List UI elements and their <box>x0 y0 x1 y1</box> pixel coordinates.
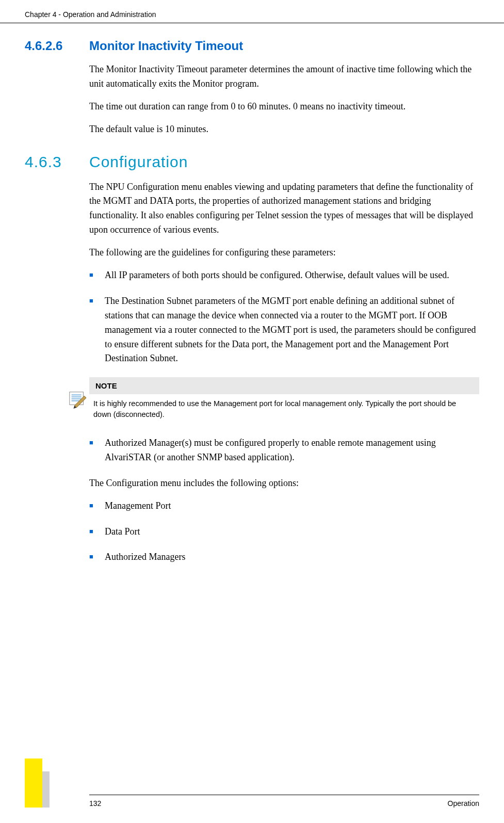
section-number: 4.6.2.6 <box>25 39 89 53</box>
paragraph: The following are the guidelines for con… <box>89 246 479 260</box>
note-pencil-icon <box>68 389 87 411</box>
list-item: Authorized Managers <box>89 550 479 564</box>
decorative-yellow-bar <box>25 759 42 808</box>
note-label: NOTE <box>89 377 479 394</box>
section-4626: 4.6.2.6 Monitor Inactivity Timeout The M… <box>25 39 479 137</box>
bullet-list-auth: Authorized Manager(s) must be configured… <box>89 436 479 465</box>
section-title: Monitor Inactivity Timeout <box>89 39 243 53</box>
bullet-list-guidelines: All IP parameters of both ports should b… <box>89 268 479 366</box>
page-footer: 132 Operation <box>0 795 504 808</box>
list-item: All IP parameters of both ports should b… <box>89 268 479 283</box>
section-title: Configuration <box>89 153 188 171</box>
section-number: 4.6.3 <box>25 153 89 171</box>
paragraph: The default value is 10 minutes. <box>89 122 479 137</box>
decorative-gray-bar <box>42 771 50 808</box>
list-item: Authorized Manager(s) must be configured… <box>89 436 479 465</box>
page-number: 132 <box>89 799 101 808</box>
note-body: It is highly recommended to use the Mana… <box>89 394 479 424</box>
list-item: The Destination Subnet parameters of the… <box>89 294 479 366</box>
footer-section-name: Operation <box>448 799 479 808</box>
paragraph: The time out duration can range from 0 t… <box>89 100 479 114</box>
section-463: 4.6.3 Configuration The NPU Configuratio… <box>25 153 479 565</box>
footer-line: 132 Operation <box>89 795 479 808</box>
paragraph: The NPU Configuration menu enables viewi… <box>89 180 479 238</box>
list-item: Management Port <box>89 499 479 513</box>
heading-4626: 4.6.2.6 Monitor Inactivity Timeout <box>25 39 479 53</box>
list-item: Data Port <box>89 525 479 539</box>
page-content: 4.6.2.6 Monitor Inactivity Timeout The M… <box>0 23 504 564</box>
note-text: It is highly recommended to use the Mana… <box>89 398 479 419</box>
chapter-label: Chapter 4 - Operation and Administration <box>25 10 156 19</box>
paragraph: The Monitor Inactivity Timeout parameter… <box>89 62 479 91</box>
heading-463: 4.6.3 Configuration <box>25 153 479 171</box>
paragraph: The Configuration menu includes the foll… <box>89 476 479 491</box>
page-header: Chapter 4 - Operation and Administration <box>0 0 504 23</box>
bullet-list-options: Management Port Data Port Authorized Man… <box>89 499 479 565</box>
note-box: NOTE It is highly recommended to use the… <box>89 377 479 424</box>
